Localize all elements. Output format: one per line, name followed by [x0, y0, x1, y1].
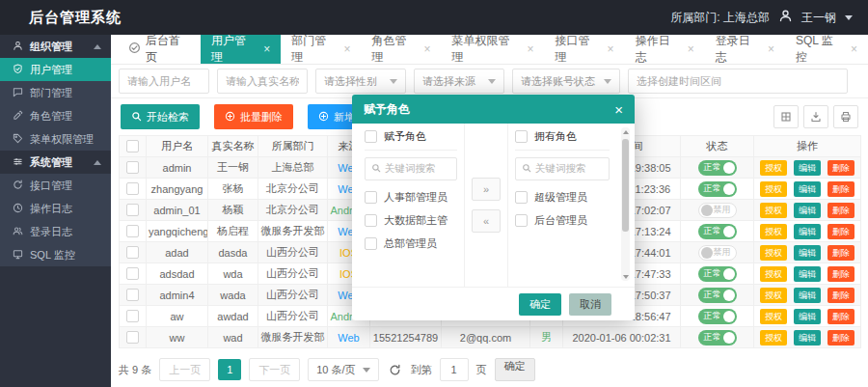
- role-list-item[interactable]: 超级管理员: [515, 190, 610, 205]
- tab[interactable]: 登录日志: [705, 35, 785, 64]
- scroll-down-icon[interactable]: [621, 272, 630, 281]
- role-checkbox[interactable]: [515, 214, 528, 227]
- tab[interactable]: 角色管理: [361, 35, 441, 64]
- delete-button[interactable]: 删除: [827, 160, 854, 176]
- panel-select-all-checkbox[interactable]: [515, 130, 528, 143]
- sidebar-group-system[interactable]: 系统管理: [0, 151, 111, 174]
- authorize-button[interactable]: 授权: [760, 288, 787, 303]
- role-checkbox[interactable]: [365, 214, 377, 227]
- prev-page-button[interactable]: 上一页: [159, 358, 210, 381]
- delete-button[interactable]: 删除: [827, 224, 854, 239]
- tab-home[interactable]: 后台首页: [119, 35, 201, 64]
- row-checkbox[interactable]: [126, 182, 139, 195]
- move-right-button[interactable]: »: [472, 178, 501, 201]
- tab[interactable]: 菜单权限管理: [442, 35, 545, 64]
- close-icon[interactable]: [614, 102, 623, 117]
- role-checkbox[interactable]: [365, 191, 377, 204]
- confirm-button[interactable]: 确定: [519, 293, 561, 316]
- search-button[interactable]: 开始检索: [121, 104, 200, 129]
- close-icon[interactable]: [851, 43, 857, 55]
- caret-down-icon[interactable]: [845, 15, 853, 20]
- authorize-button[interactable]: 授权: [760, 309, 787, 324]
- sidebar-group-organization[interactable]: 组织管理: [0, 35, 111, 58]
- delete-button[interactable]: 删除: [827, 203, 854, 218]
- sidebar-item-role-management[interactable]: 角色管理: [0, 104, 111, 127]
- cancel-button[interactable]: 取消: [569, 293, 611, 316]
- sidebar-item-sql-monitor[interactable]: SQL 监控: [0, 243, 111, 266]
- source-select[interactable]: 请选择来源: [414, 69, 504, 94]
- status-toggle[interactable]: 正常: [698, 288, 737, 303]
- status-toggle[interactable]: 正常: [698, 309, 737, 324]
- tab[interactable]: 部门管理: [281, 35, 361, 64]
- edit-button[interactable]: 编辑: [794, 203, 821, 218]
- delete-button[interactable]: 删除: [827, 245, 854, 261]
- delete-button[interactable]: 删除: [827, 330, 854, 346]
- status-toggle[interactable]: 正常: [698, 160, 737, 176]
- row-checkbox[interactable]: [126, 246, 139, 259]
- status-toggle[interactable]: 正常: [698, 266, 737, 282]
- move-left-button[interactable]: «: [472, 209, 501, 233]
- batch-delete-button[interactable]: 批量删除: [214, 104, 293, 129]
- sidebar-item-department-management[interactable]: 部门管理: [0, 81, 111, 104]
- tab[interactable]: SQL 监控: [785, 35, 868, 64]
- status-toggle[interactable]: 禁用: [698, 203, 737, 218]
- role-checkbox[interactable]: [365, 237, 377, 250]
- table-columns-button[interactable]: [773, 105, 799, 128]
- page-size-select[interactable]: 10 条/页: [308, 358, 378, 381]
- print-button[interactable]: [833, 105, 858, 128]
- sidebar-item-operation-log[interactable]: 操作日志: [0, 197, 111, 220]
- sidebar-item-menu-permission[interactable]: 菜单权限管理: [0, 127, 111, 151]
- status-toggle[interactable]: 禁用: [698, 245, 737, 261]
- goto-confirm-button[interactable]: 确定: [495, 358, 535, 381]
- created-range-input[interactable]: [628, 69, 848, 94]
- edit-button[interactable]: 编辑: [794, 309, 821, 324]
- tab[interactable]: 接口管理: [544, 35, 624, 64]
- row-checkbox[interactable]: [126, 331, 139, 344]
- account-status-select[interactable]: 请选择账号状态: [512, 69, 620, 94]
- close-icon[interactable]: [424, 43, 431, 55]
- delete-button[interactable]: 删除: [827, 309, 854, 324]
- role-list-item[interactable]: 后台管理员: [515, 213, 610, 228]
- edit-button[interactable]: 编辑: [794, 330, 821, 346]
- scrollbar-thumb[interactable]: [622, 139, 629, 232]
- close-icon[interactable]: [263, 43, 270, 55]
- role-search-box[interactable]: 关键词搜索: [515, 157, 610, 180]
- export-button[interactable]: [803, 105, 828, 128]
- username[interactable]: 王一钢: [801, 10, 836, 26]
- role-search-box[interactable]: 关键词搜索: [365, 157, 457, 180]
- edit-button[interactable]: 编辑: [794, 288, 821, 303]
- goto-page-input[interactable]: [440, 358, 469, 381]
- close-icon[interactable]: [768, 43, 774, 55]
- delete-button[interactable]: 删除: [827, 288, 854, 303]
- delete-button[interactable]: 删除: [827, 181, 854, 197]
- row-checkbox[interactable]: [126, 204, 139, 216]
- username-filter-input[interactable]: [119, 69, 209, 94]
- tab[interactable]: 操作日志: [625, 35, 705, 64]
- authorize-button[interactable]: 授权: [760, 160, 787, 176]
- tab[interactable]: 用户管理: [201, 35, 281, 64]
- next-page-button[interactable]: 下一页: [249, 358, 300, 381]
- role-list-item[interactable]: 总部管理员: [365, 236, 457, 251]
- modal-scrollbar[interactable]: [621, 127, 630, 281]
- edit-button[interactable]: 编辑: [794, 160, 821, 176]
- gender-select[interactable]: 请选择性别: [315, 69, 406, 94]
- row-checkbox[interactable]: [126, 310, 139, 322]
- edit-button[interactable]: 编辑: [794, 224, 821, 239]
- select-all-checkbox[interactable]: [126, 140, 139, 152]
- authorize-button[interactable]: 授权: [760, 224, 787, 239]
- authorize-button[interactable]: 授权: [760, 245, 787, 261]
- row-checkbox[interactable]: [126, 289, 139, 301]
- authorize-button[interactable]: 授权: [760, 330, 787, 346]
- delete-button[interactable]: 删除: [827, 266, 854, 282]
- authorize-button[interactable]: 授权: [760, 266, 787, 282]
- realname-filter-input[interactable]: [217, 69, 308, 94]
- edit-button[interactable]: 编辑: [794, 181, 821, 197]
- authorize-button[interactable]: 授权: [760, 181, 787, 197]
- close-icon[interactable]: [343, 43, 350, 55]
- status-toggle[interactable]: 正常: [698, 181, 737, 197]
- sidebar-item-user-management[interactable]: 用户管理: [0, 58, 111, 81]
- role-checkbox[interactable]: [515, 191, 528, 204]
- row-checkbox[interactable]: [126, 225, 139, 237]
- close-icon[interactable]: [527, 43, 533, 55]
- sidebar-item-login-log[interactable]: 登录日志: [0, 220, 111, 243]
